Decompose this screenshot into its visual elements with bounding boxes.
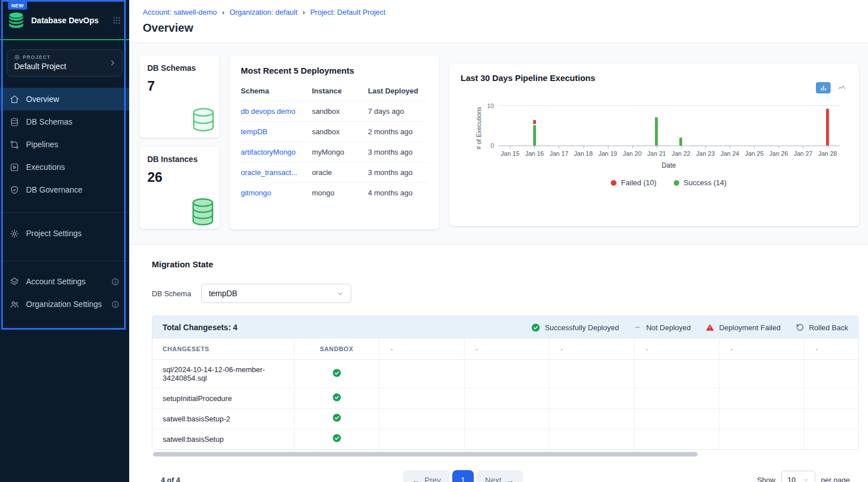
sidebar-item-organization-settings[interactable]: Organization Settings	[0, 293, 129, 315]
warning-triangle-icon	[705, 323, 714, 332]
app-root: NEW Database DevOps	[0, 0, 868, 482]
deployment-row: db devops demosandbox7 days ago	[241, 101, 428, 122]
sidebar-header: NEW Database DevOps	[0, 0, 129, 35]
column-header: Instance	[312, 82, 368, 101]
show-label: Show	[757, 476, 776, 482]
empty-status-cell	[804, 388, 858, 408]
schema-link[interactable]: tempDB	[241, 127, 267, 136]
breadcrumb-link[interactable]: Project: Default Project	[310, 8, 385, 16]
layers-icon	[10, 277, 19, 287]
sidebar-item-executions[interactable]: Executions	[0, 156, 129, 178]
deployment-row: artifactoryMongomyMongo3 months ago	[241, 142, 428, 163]
chevron-down-icon	[803, 477, 809, 482]
y-tick: 0	[491, 142, 494, 149]
sidebar-item-db-governance[interactable]: DB Governance	[0, 178, 129, 201]
x-tick-label: Jan 18	[571, 146, 595, 157]
plot-area	[498, 105, 840, 146]
app-logo-icon	[7, 11, 25, 29]
column-header: Schema	[241, 82, 312, 101]
bar-jan-21	[644, 106, 669, 146]
next-button[interactable]: Next→	[476, 470, 523, 482]
deployment-row: gitmongomongo4 months ago	[241, 183, 428, 203]
column-header: Last Deployed	[368, 82, 428, 101]
database-icon	[10, 117, 19, 127]
x-tick-label: Jan 26	[767, 146, 791, 157]
sidebar-item-db-schemas[interactable]: DB Schemas	[0, 110, 129, 133]
chevron-right-icon	[109, 59, 116, 67]
row-count: 4 of 4	[161, 476, 180, 482]
instance-cell: sandbox	[312, 101, 368, 122]
bar-jan-25	[742, 106, 767, 146]
sidebar-item-label: DB Schemas	[26, 117, 73, 126]
chart: # of Executions 10 0 Jan 15Jan 16Jan 17J…	[461, 105, 848, 187]
legend-item: Success (14)	[674, 178, 727, 187]
empty-status-cell	[549, 429, 634, 449]
instance-cell: mongo	[312, 183, 368, 203]
column-header: -	[379, 339, 464, 359]
last-deployed-cell: 2 months ago	[368, 122, 428, 142]
changesets-table-wrap: CHANGESETSSANDBOX------ sql/2024-10-14-1…	[152, 339, 858, 449]
check-circle-icon	[332, 413, 342, 423]
x-tick-label: Jan 20	[620, 146, 644, 157]
empty-status-cell	[804, 408, 858, 429]
x-axis-title: Date	[498, 161, 840, 169]
empty-status-cell	[464, 429, 549, 449]
schema-link[interactable]: gitmongo	[241, 189, 271, 197]
check-circle-icon	[332, 368, 342, 378]
sidebar-item-pipelines[interactable]: Pipelines	[0, 133, 129, 156]
column-header: -	[804, 339, 858, 359]
chart-legend: Failed (10)Success (14)	[498, 178, 840, 187]
schema-link[interactable]: oracle_transact...	[241, 168, 297, 177]
status-legend-item: Rolled Back	[795, 323, 848, 332]
migration-section: Migration State DB Schema tempDB Total C…	[129, 245, 868, 482]
x-axis-labels: Jan 15Jan 16Jan 17Jan 18Jan 19Jan 20Jan …	[498, 146, 840, 157]
check-circle-icon	[531, 323, 541, 332]
project-name: Default Project	[14, 62, 115, 71]
apps-grid-icon[interactable]	[112, 16, 121, 25]
pager: ←Prev 1 Next→	[403, 470, 523, 482]
bar-jan-18	[571, 106, 595, 146]
scrollbar-thumb[interactable]	[153, 452, 697, 457]
empty-status-cell	[719, 388, 804, 408]
y-axis-ticks: 10 0	[483, 103, 498, 149]
instance-cell: oracle	[312, 163, 368, 183]
bars	[498, 106, 840, 146]
project-selector[interactable]: PROJECT Default Project	[7, 49, 122, 76]
schema-link[interactable]: db devops demo	[241, 107, 295, 116]
breadcrumb-link[interactable]: Account: satwell-demo	[143, 8, 217, 16]
dash-icon	[633, 323, 641, 331]
page-1-button[interactable]: 1	[452, 470, 474, 482]
empty-status-cell	[379, 408, 464, 429]
db-schemas-card: DB Schemas 7	[139, 56, 219, 138]
sidebar-item-overview[interactable]: Overview	[0, 88, 129, 110]
line-chart-toggle-icon[interactable]	[834, 82, 849, 93]
info-icon	[111, 278, 120, 286]
empty-status-cell	[634, 408, 719, 429]
new-badge: NEW	[8, 2, 27, 10]
x-tick-label: Jan 24	[718, 146, 742, 157]
legend-item: Failed (10)	[611, 178, 656, 187]
sidebar-nav-main: OverviewDB SchemasPipelinesExecutionsDB …	[0, 88, 129, 201]
sidebar-item-account-settings[interactable]: Account Settings	[0, 270, 129, 293]
bar-jan-23	[693, 106, 718, 146]
schema-link[interactable]: artifactoryMongo	[241, 148, 296, 156]
db-schema-select[interactable]: tempDB	[201, 284, 351, 303]
info-icon	[111, 300, 120, 309]
sidebar-item-project-settings[interactable]: Project Settings	[0, 222, 129, 245]
per-page-label: per page	[821, 476, 850, 482]
per-page-select[interactable]: 10	[781, 471, 815, 482]
sidebar-item-label: Overview	[26, 95, 59, 104]
bar-chart-toggle-icon[interactable]	[816, 82, 831, 93]
breadcrumb-link[interactable]: Organization: default	[229, 8, 297, 16]
status-legend: Successfully DeployedNot DeployedDeploym…	[531, 323, 848, 332]
y-tick: 10	[487, 103, 494, 109]
sidebar: NEW Database DevOps	[0, 0, 129, 482]
main-content: Account: satwell-demo›Organization: defa…	[129, 0, 868, 482]
empty-status-cell	[549, 359, 634, 388]
rollback-icon	[795, 323, 805, 332]
deployments-title: Most Recent 5 Deployments	[241, 66, 428, 75]
prev-button[interactable]: ←Prev	[403, 470, 450, 482]
bar-jan-27	[791, 106, 815, 146]
x-tick-label: Jan 27	[791, 146, 815, 157]
stat-title: DB Schemas	[147, 63, 211, 72]
